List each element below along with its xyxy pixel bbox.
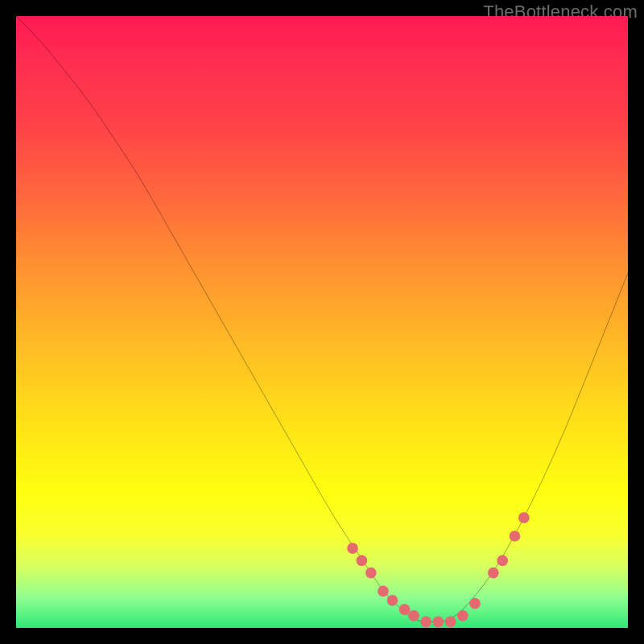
optimal-dot xyxy=(387,595,398,606)
optimal-dot xyxy=(445,617,456,628)
optimal-dot xyxy=(488,568,499,579)
optimal-dot xyxy=(518,512,530,523)
optimal-dot xyxy=(433,617,444,628)
optimal-dot xyxy=(510,530,521,542)
optimal-dot xyxy=(420,617,431,628)
optimal-dot xyxy=(497,555,508,567)
optimal-dot xyxy=(457,610,469,621)
chart-frame: TheBottleneck.com xyxy=(0,0,644,644)
optimal-region-dots xyxy=(347,512,529,627)
optimal-dot xyxy=(357,555,368,567)
optimal-dot xyxy=(408,610,419,621)
optimal-dot xyxy=(347,543,358,554)
optimal-dot xyxy=(378,586,389,597)
plot-area xyxy=(16,16,628,628)
optimal-dot xyxy=(399,604,411,615)
bottleneck-curve-line xyxy=(16,16,628,621)
optimal-dot xyxy=(469,598,481,609)
optimal-dot xyxy=(365,568,377,579)
chart-svg xyxy=(16,16,628,628)
